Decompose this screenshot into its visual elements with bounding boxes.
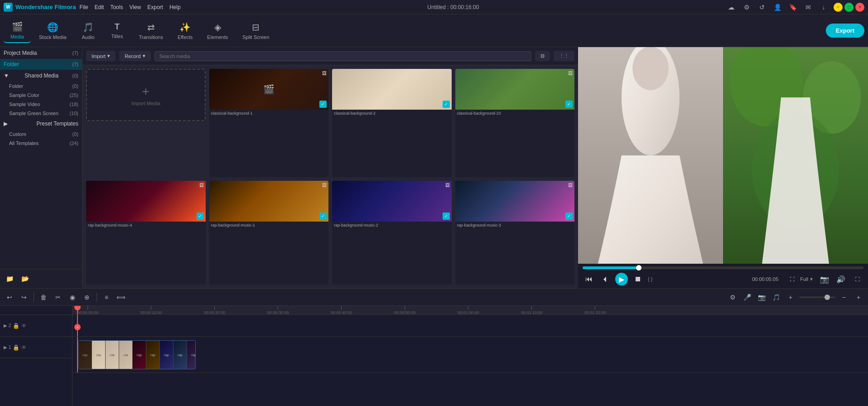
zoom-chevron-icon: ▾ [810, 276, 813, 282]
project-folder-item[interactable]: Folder (7) [0, 59, 82, 70]
volume-adjust-button[interactable]: ≡ [101, 291, 112, 303]
menu-tools[interactable]: Tools [110, 4, 123, 10]
cut-button[interactable]: ✂ [52, 291, 64, 303]
media-item-classical-2[interactable]: 🖼 ✓ classical-background-2 [332, 69, 452, 177]
screenshot-button[interactable]: 📷 [818, 273, 831, 285]
all-templates-item[interactable]: All Templates (24) [0, 139, 82, 148]
cloud-icon[interactable]: ☁ [726, 2, 737, 13]
toolbar-elements[interactable]: ◈ Elements [201, 19, 234, 43]
svg-point-2 [632, 47, 669, 90]
import-media-card[interactable]: + Import Media [86, 69, 206, 121]
menu-help[interactable]: Help [169, 4, 181, 10]
undo-button[interactable]: ↩ [4, 291, 15, 303]
play-button[interactable]: ▶ [615, 273, 628, 285]
ripple-button[interactable]: ⟺ [115, 291, 127, 303]
toolbar-effects[interactable]: ✨ Effects [171, 19, 199, 43]
timeline-content[interactable]: 00:00:00:00 00:00:10:00 00:00:20:00 00:0… [72, 306, 868, 406]
toolbar-split-screen[interactable]: ⊟ Split Screen [236, 19, 275, 43]
track-2-lock-icon[interactable]: 🔒 [13, 323, 19, 329]
export-button[interactable]: Export [826, 24, 864, 38]
sample-video-item[interactable]: Sample Video (18) [0, 100, 82, 109]
timeline-camera-button[interactable]: 📷 [756, 291, 767, 303]
shared-media-header[interactable]: ▼ Shared Media (0) [0, 70, 82, 82]
toolbar-stock-media[interactable]: 🌐 Stock Media [33, 19, 73, 43]
media-type-icon4: 🖼 [199, 183, 204, 188]
project-folder-count: (7) [72, 62, 78, 67]
menu-file[interactable]: File [79, 4, 88, 10]
bookmark-icon[interactable]: 🔖 [787, 2, 798, 13]
folder-open-button[interactable]: 📂 [19, 273, 31, 285]
skip-back-button[interactable]: ⏮ [583, 273, 595, 285]
toolbar-titles[interactable]: T Titles [104, 19, 131, 42]
view-options-button[interactable]: ⋮⋮ [554, 51, 574, 61]
track-2-eye-icon[interactable]: 👁 [21, 323, 27, 329]
menu-edit[interactable]: Edit [95, 4, 104, 10]
shared-folder-item[interactable]: Folder (0) [0, 82, 82, 91]
delete-button[interactable]: 🗑 [38, 291, 49, 303]
media-item-rap-3[interactable]: 🖼 ✓ rap-background-music-3 [455, 181, 575, 285]
video-right-half [723, 47, 868, 264]
timeline-body: ▶ 2 🔒 👁 ▶ 1 🔒 👁 00:00:00:00 00:00:10:00 … [0, 306, 868, 406]
account-icon[interactable]: 👤 [772, 2, 783, 13]
sample-green-screen-item[interactable]: Sample Green Screen (10) [0, 109, 82, 118]
zoom-timeline-button[interactable]: ⊕ [81, 291, 93, 303]
timeline-audio-button[interactable]: 🎵 [770, 291, 782, 303]
progress-handle[interactable] [636, 265, 641, 271]
mark-in-button[interactable]: ◉ [67, 291, 78, 303]
redo-button[interactable]: ↪ [18, 291, 30, 303]
track-1-lock-icon[interactable]: 🔒 [13, 344, 19, 351]
markers-display: { } [648, 276, 652, 282]
progress-bar[interactable] [583, 266, 863, 269]
media-thumb-rap-4: 🖼 ✓ [86, 181, 206, 222]
toolbar-transitions[interactable]: ⇄ Transitions [133, 19, 169, 43]
settings-icon[interactable]: ⚙ [741, 2, 752, 13]
media-type-icon5: 🖼 [322, 183, 327, 188]
timeline-mic-button[interactable]: 🎤 [741, 291, 753, 303]
search-input[interactable] [154, 51, 531, 61]
zoom-fit-button[interactable]: ⛶ [786, 273, 798, 285]
record-chevron-icon: ▾ [143, 53, 145, 59]
timeline-zoom-in[interactable]: + [785, 291, 796, 303]
zoom-handle[interactable] [825, 295, 830, 300]
update-icon[interactable]: ↺ [757, 2, 767, 13]
menu-view[interactable]: View [129, 4, 141, 10]
stop-button[interactable]: ⏹ [632, 273, 644, 285]
ruler-mark-4: 00:00:40:00 [331, 306, 352, 315]
download-icon[interactable]: ↓ [818, 2, 829, 13]
media-item-rap-4[interactable]: 🖼 ✓ rap-background-music-4 [86, 181, 206, 285]
mail-icon[interactable]: ✉ [803, 2, 814, 13]
clip-strip-1[interactable]: rap cla cla cla rap rap rap rap rap [78, 340, 196, 369]
media-item-rap-2[interactable]: 🖼 ✓ rap-background-music-2 [332, 181, 452, 285]
volume-button[interactable]: 🔊 [834, 273, 847, 285]
maximize-button[interactable]: □ [844, 3, 854, 12]
new-folder-button[interactable]: 📁 [4, 273, 15, 285]
track-1-eye-icon[interactable]: 👁 [21, 344, 27, 351]
media-item-classical-10[interactable]: 🖼 ✓ classical-background-10 [455, 69, 575, 177]
ruler-mark-7: 00:01:10:00 [521, 306, 543, 315]
sample-color-item[interactable]: Sample Color (25) [0, 91, 82, 100]
media-item-rap-1[interactable]: 🖼 ✓ rap-background-music-1 [209, 181, 329, 285]
toolbar-media[interactable]: 🎬 Media [4, 19, 31, 43]
toolbar-divider-1 [34, 293, 34, 302]
fullscreen-button[interactable]: ⛶ [851, 273, 863, 285]
import-button[interactable]: Import ▾ [86, 51, 116, 61]
timeline-settings-button[interactable]: ⚙ [727, 291, 738, 303]
add-track-button[interactable]: + [853, 291, 864, 303]
record-button[interactable]: Record ▾ [119, 51, 150, 61]
zoom-slider[interactable] [799, 296, 835, 298]
track-row-1[interactable]: rap cla cla cla rap rap rap rap rap [72, 337, 868, 373]
filter-button[interactable]: ⊟ [535, 51, 550, 61]
close-button[interactable]: × [855, 3, 864, 12]
menu-export[interactable]: Export [147, 4, 163, 10]
preview-panel: ⏮ ⏴ ▶ ⏹ { } 00:00:05:05 ⛶ Full ▾ 📷 🔊 ⛶ [578, 47, 868, 288]
minimize-button[interactable]: − [834, 3, 843, 12]
timeline-zoom-out[interactable]: − [838, 291, 850, 303]
custom-item[interactable]: Custom (0) [0, 130, 82, 139]
project-media-header[interactable]: Project Media (7) [0, 47, 82, 59]
plus-icon: + [142, 84, 149, 99]
frame-back-button[interactable]: ⏴ [599, 273, 612, 285]
preset-templates-header[interactable]: ▶ Preset Templates [0, 118, 82, 130]
toolbar-audio[interactable]: 🎵 Audio [75, 19, 102, 43]
titlebar-left: W Wondershare Filmora File Edit Tools Vi… [4, 3, 181, 12]
media-item-classical-1[interactable]: 🎬 🖼 ✓ classical-background-1 [209, 69, 329, 177]
